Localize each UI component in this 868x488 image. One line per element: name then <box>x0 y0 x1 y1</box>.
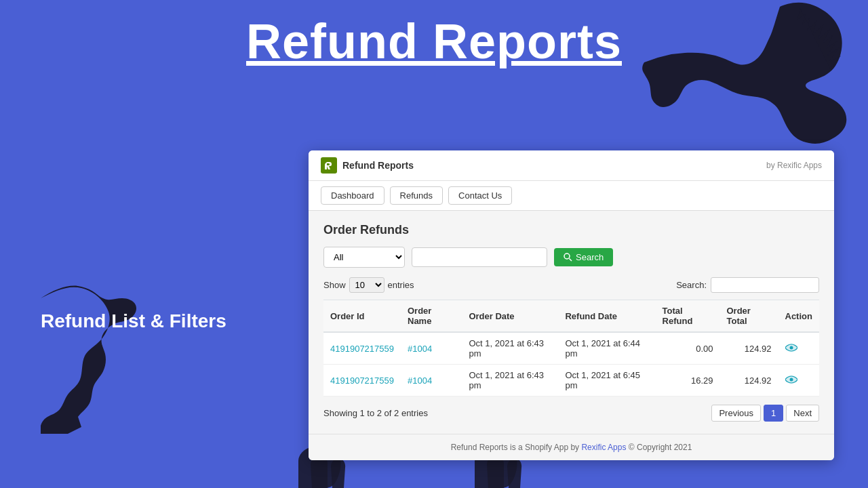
tab-contact[interactable]: Contact Us <box>448 186 512 205</box>
svg-line-2 <box>570 259 572 262</box>
next-page-button[interactable]: Next <box>786 405 819 422</box>
cell-order-date: Oct 1, 2021 at 6:43 pm <box>462 332 558 365</box>
svg-point-1 <box>564 253 570 259</box>
page-bg-title: Refund Reports <box>0 14 868 69</box>
svg-point-3 <box>789 346 793 350</box>
orders-table: Order Id Order Name Order Date Refund Da… <box>323 300 819 396</box>
cell-order-name: #1004 <box>401 365 462 396</box>
cell-refund-date: Oct 1, 2021 at 6:45 pm <box>558 365 655 396</box>
order-name-link[interactable]: #1004 <box>408 375 432 386</box>
svg-point-4 <box>789 378 793 382</box>
table-header-row: Order Id Order Name Order Date Refund Da… <box>323 300 819 333</box>
order-id-link[interactable]: 4191907217559 <box>330 375 394 386</box>
filter-row: All Search <box>323 247 819 268</box>
app-card: Refund Reports by Rexific Apps Dashboard… <box>309 150 834 460</box>
cell-order-total: 124.92 <box>719 365 778 396</box>
app-logo-icon <box>321 157 337 174</box>
main-content: Order Refunds All Search Show 10 25 <box>309 211 834 434</box>
table-body: 4191907217559 #1004 Oct 1, 2021 at 6:43 … <box>323 332 819 396</box>
cell-order-id: 4191907217559 <box>323 365 401 396</box>
cell-total-refund: 0.00 <box>656 332 720 365</box>
nav-tabs: Dashboard Refunds Contact Us <box>309 181 834 211</box>
section-title: Order Refunds <box>323 223 819 237</box>
col-order-date: Order Date <box>462 300 558 333</box>
entries-left: Show 10 25 50 100 entries <box>323 277 414 293</box>
col-order-total: Order Total <box>719 300 778 333</box>
col-order-name: Order Name <box>401 300 462 333</box>
pagination-row: Showing 1 to 2 of 2 entries Previous 1 N… <box>323 405 819 422</box>
footer-link[interactable]: Rexific Apps <box>581 443 626 452</box>
cell-order-date: Oct 1, 2021 at 6:43 pm <box>462 365 558 396</box>
col-action: Action <box>778 300 820 333</box>
prev-page-button[interactable]: Previous <box>711 405 761 422</box>
search-right: Search: <box>676 277 819 293</box>
app-by-label: by Rexific Apps <box>766 161 822 170</box>
cell-action <box>778 365 820 396</box>
cell-order-total: 124.92 <box>719 332 778 365</box>
footer-text-before: Refund Reports is a Shopify App by <box>451 443 582 452</box>
filter-select[interactable]: All <box>323 247 405 268</box>
entries-row: Show 10 25 50 100 entries Search: <box>323 277 819 293</box>
search-button[interactable]: Search <box>554 248 613 266</box>
col-refund-date: Refund Date <box>558 300 655 333</box>
cell-action <box>778 332 820 365</box>
pagination-controls: Previous 1 Next <box>711 405 819 422</box>
search-right-label: Search: <box>676 280 707 290</box>
filter-input[interactable] <box>412 247 547 267</box>
search-btn-label: Search <box>576 252 604 262</box>
app-footer: Refund Reports is a Shopify App by Rexif… <box>309 434 834 460</box>
cell-order-name: #1004 <box>401 332 462 365</box>
app-header: Refund Reports by Rexific Apps <box>309 150 834 181</box>
order-id-link[interactable]: 4191907217559 <box>330 344 394 354</box>
side-text: Refund List & Filters <box>41 310 226 332</box>
cell-order-id: 4191907217559 <box>323 332 401 365</box>
view-action-icon[interactable] <box>785 374 797 386</box>
current-page-button[interactable]: 1 <box>764 405 783 422</box>
dino-left-icon <box>41 244 190 434</box>
show-label: Show <box>323 280 346 290</box>
table-row: 4191907217559 #1004 Oct 1, 2021 at 6:43 … <box>323 365 819 396</box>
tab-refunds[interactable]: Refunds <box>390 186 443 205</box>
cell-total-refund: 16.29 <box>656 365 720 396</box>
showing-text: Showing 1 to 2 of 2 entries <box>323 408 428 418</box>
cell-refund-date: Oct 1, 2021 at 6:44 pm <box>558 332 655 365</box>
table-search-input[interactable] <box>711 277 819 293</box>
tab-dashboard[interactable]: Dashboard <box>321 186 384 205</box>
order-name-link[interactable]: #1004 <box>408 344 432 354</box>
col-order-id: Order Id <box>323 300 401 333</box>
footer-text-after: © Copyright 2021 <box>626 443 692 452</box>
view-action-icon[interactable] <box>785 342 797 354</box>
table-row: 4191907217559 #1004 Oct 1, 2021 at 6:43 … <box>323 332 819 365</box>
col-total-refund: Total Refund <box>656 300 720 333</box>
app-title: Refund Reports <box>342 160 414 171</box>
app-header-left: Refund Reports <box>321 157 414 174</box>
entries-select[interactable]: 10 25 50 100 <box>349 277 384 293</box>
search-icon <box>564 253 572 262</box>
entries-label: entries <box>388 280 414 290</box>
